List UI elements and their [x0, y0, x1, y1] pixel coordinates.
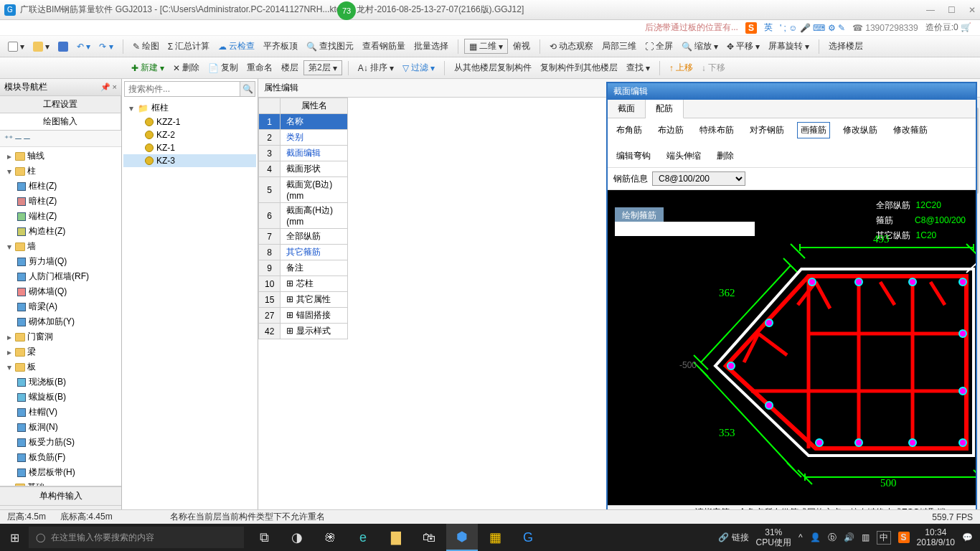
store-icon[interactable]: 🛍	[413, 524, 445, 551]
rebar-tool-布角筋[interactable]: 布角筋	[613, 123, 645, 138]
tree-group-beam[interactable]: ▸梁	[0, 344, 121, 359]
new-file-button[interactable]: ▾	[4, 40, 28, 53]
app-g-icon[interactable]: G	[512, 524, 544, 551]
view-steel-button[interactable]: 查看钢筋量	[359, 39, 409, 54]
tree-item[interactable]: 板受力筋(S)	[0, 435, 121, 450]
tree-item[interactable]: 暗梁(A)	[0, 299, 121, 314]
tree-group-column[interactable]: ▾柱	[0, 164, 121, 179]
copy-from-floor-button[interactable]: 从其他楼层复制构件	[451, 60, 535, 75]
property-row[interactable]: 7全部纵筋	[259, 229, 348, 245]
tree-item[interactable]: 砌体墙(Q)	[0, 284, 121, 299]
rebar-tool-修改纵筋[interactable]: 修改纵筋	[840, 123, 880, 138]
draw-button[interactable]: ✎ 绘图	[129, 39, 163, 54]
tray-people-icon[interactable]: 👤	[810, 532, 821, 542]
sort-button[interactable]: A↓ 排序 ▾	[354, 60, 397, 75]
move-up-button[interactable]: ↑ 上移	[666, 60, 697, 75]
rebar-tool-对齐钢筋[interactable]: 对齐钢筋	[747, 123, 787, 138]
property-row[interactable]: 9备注	[259, 260, 348, 276]
tab-rebar[interactable]: 配筋	[646, 100, 684, 118]
find-graph-button[interactable]: 🔍 查找图元	[303, 39, 357, 54]
copy-to-floor-button[interactable]: 复制构件到其他楼层	[537, 60, 621, 75]
property-row[interactable]: 4截面形状	[259, 161, 348, 177]
minimize-button[interactable]: ―	[926, 5, 935, 15]
pan-button[interactable]: ✥ 平移 ▾	[723, 39, 763, 54]
bird-view-button[interactable]: 俯视	[509, 39, 534, 54]
fullscreen-button[interactable]: ⛶ 全屏	[641, 39, 677, 54]
component-item[interactable]: KZ-1	[123, 141, 256, 154]
delete-button[interactable]: ✕ 删除	[169, 60, 203, 75]
component-item[interactable]: KZ-2	[123, 128, 256, 141]
dynamic-view-button[interactable]: ⟲ 动态观察	[546, 39, 597, 54]
tree-item[interactable]: 砌体加筋(Y)	[0, 314, 121, 329]
rebar-tool-端头伸缩[interactable]: 端头伸缩	[664, 149, 704, 164]
rebar-tool-布边筋[interactable]: 布边筋	[655, 123, 687, 138]
tree-item[interactable]: 板负筋(F)	[0, 450, 121, 465]
property-row[interactable]: 5截面宽(B边)(mm	[259, 177, 348, 203]
open-file-button[interactable]: ▾	[29, 40, 53, 53]
property-row[interactable]: 10⊞ 芯柱	[259, 276, 348, 292]
local-3d-button[interactable]: 局部三维	[598, 39, 640, 54]
component-item-selected[interactable]: KZ-3	[123, 154, 256, 167]
rename-button[interactable]: 重命名	[243, 60, 276, 75]
task-view-icon[interactable]: ⧉	[248, 524, 280, 551]
move-down-button[interactable]: ↓ 下移	[698, 60, 729, 75]
tray-ime[interactable]: 中	[877, 531, 891, 545]
tree-item[interactable]: 楼层板带(H)	[0, 465, 121, 480]
sum-calc-button[interactable]: Σ 汇总计算	[164, 39, 213, 54]
undo-button[interactable]: ↶ ▾	[73, 40, 94, 53]
rebar-info-select[interactable]: C8@100/200	[652, 171, 745, 186]
filter-button[interactable]: ▽ 过滤 ▾	[399, 60, 438, 75]
tray-up-icon[interactable]: ^	[798, 532, 803, 542]
nav-mode-icons[interactable]: ⁺⁺ ─ ─	[0, 131, 121, 147]
flat-top-button[interactable]: 平齐板顶	[260, 39, 301, 54]
property-row[interactable]: 42⊞ 显示样式	[259, 324, 348, 339]
component-item[interactable]: KZZ-1	[123, 116, 256, 128]
redo-button[interactable]: ↷ ▾	[95, 40, 116, 53]
app-note-icon[interactable]: ▦	[479, 524, 511, 551]
rebar-tool-修改箍筋[interactable]: 修改箍筋	[890, 123, 930, 138]
app-icon-1[interactable]: ◑	[281, 524, 313, 551]
tree-group-opening[interactable]: ▸门窗洞	[0, 329, 121, 344]
ime-lang[interactable]: 英	[764, 22, 773, 34]
app-ggj-icon[interactable]: ⬢	[446, 524, 478, 551]
tray-sogou-icon[interactable]: S	[898, 532, 910, 543]
tree-group-axis[interactable]: ▸轴线	[0, 149, 121, 164]
tree-item[interactable]: 暗柱(Z)	[0, 194, 121, 209]
start-button[interactable]: ⊞	[0, 531, 29, 545]
pin-icon[interactable]: 📌 ×	[100, 83, 117, 92]
copy-button[interactable]: 📄 复制	[204, 60, 242, 75]
close-button[interactable]: ✕	[969, 5, 976, 15]
tray-bluetooth-icon[interactable]: ⓑ	[828, 532, 837, 544]
ime-tools[interactable]: ' ; ☺ 🎤 ⌨ ⚙ ✎	[780, 23, 845, 33]
tree-item[interactable]: 端柱(Z)	[0, 209, 121, 224]
tree-item[interactable]: 构造柱(Z)	[0, 224, 121, 239]
view-mode-select[interactable]: ▦ 二维 ▾	[464, 39, 508, 54]
tab-section[interactable]: 截面	[608, 100, 646, 118]
zoom-button[interactable]: 🔍 缩放 ▾	[678, 39, 722, 54]
tree-group-slab[interactable]: ▾板	[0, 359, 121, 375]
tab-single-component[interactable]: 单构件输入	[0, 486, 121, 505]
rebar-tool-画箍筋[interactable]: 画箍筋	[797, 122, 830, 138]
tray-notifications-icon[interactable]: 💬	[962, 532, 973, 542]
tree-item[interactable]: 剪力墙(Q)	[0, 254, 121, 269]
select-floor-button[interactable]: 选择楼层	[825, 39, 867, 54]
tree-item[interactable]: 螺旋板(B)	[0, 390, 121, 405]
tab-draw-input[interactable]: 绘图输入	[0, 113, 121, 130]
property-row[interactable]: 6截面高(H边)(mm	[259, 203, 348, 229]
floor-select[interactable]: 第2层 ▾	[303, 60, 342, 75]
tree-item[interactable]: 人防门框墙(RF)	[0, 269, 121, 284]
tray-battery-icon[interactable]: ▥	[862, 532, 870, 542]
property-row[interactable]: 1名称	[259, 114, 348, 130]
rebar-tool-特殊布筋[interactable]: 特殊布筋	[697, 123, 737, 138]
explorer-icon[interactable]: ▇	[380, 524, 412, 551]
batch-select-button[interactable]: 批量选择	[410, 39, 452, 54]
new-component-button[interactable]: ✚ 新建 ▾	[128, 60, 168, 75]
edge-icon[interactable]: e	[347, 524, 379, 551]
property-row[interactable]: 8其它箍筋	[259, 245, 348, 260]
screen-rotate-button[interactable]: 屏幕旋转 ▾	[765, 39, 813, 54]
property-row[interactable]: 3截面编辑	[259, 146, 348, 161]
search-button[interactable]: 🔍	[240, 82, 255, 96]
sogou-ime-icon[interactable]: S	[745, 22, 757, 34]
save-button[interactable]	[55, 40, 72, 53]
property-row[interactable]: 15⊞ 其它属性	[259, 292, 348, 308]
